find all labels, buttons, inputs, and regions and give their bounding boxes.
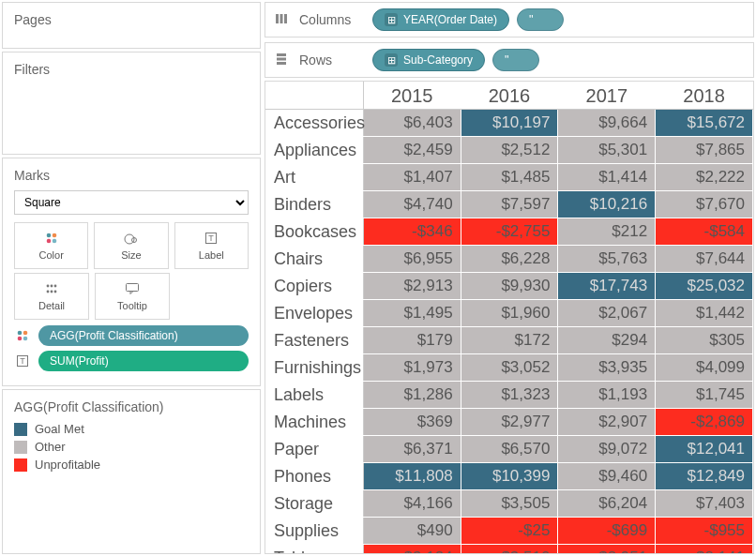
data-cell[interactable]: $3,052 [461,354,558,382]
marks-label-button[interactable]: T Label [174,222,249,269]
data-cell[interactable]: $1,960 [461,300,558,327]
marks-pill-agg[interactable]: AGG(Profit Classification) [38,325,249,346]
expand-icon[interactable]: ⊞ [385,53,398,67]
marks-color-button[interactable]: Color [14,222,88,269]
data-cell[interactable]: $6,403 [363,110,461,137]
row-header[interactable]: Paper [266,436,364,463]
columns-pill-stub[interactable]: '' [517,8,564,31]
row-header[interactable]: Accessories [266,110,364,137]
data-cell[interactable]: -$25 [461,518,558,545]
marks-size-button[interactable]: Size [94,222,168,269]
crosstab-view[interactable]: 2015201620172018 Accessories$6,403$10,19… [265,81,754,554]
data-cell[interactable]: $10,399 [461,463,558,490]
data-cell[interactable]: -$3,124 [363,545,461,555]
data-cell[interactable]: -$584 [656,218,753,246]
data-cell[interactable]: $172 [461,327,558,354]
data-cell[interactable]: $4,166 [363,490,461,518]
data-cell[interactable]: $12,849 [656,463,753,490]
data-cell[interactable]: $7,644 [656,246,753,273]
column-header[interactable]: 2018 [656,83,753,110]
data-cell[interactable]: -$2,755 [461,218,558,246]
rows-pill-stub[interactable]: '' [492,49,539,71]
data-cell[interactable]: $490 [363,518,461,545]
data-cell[interactable]: $9,664 [558,110,656,137]
row-header[interactable]: Supplies [266,518,364,545]
filters-shelf[interactable]: Filters [2,52,261,155]
data-cell[interactable]: $1,286 [363,382,461,409]
data-cell[interactable]: $1,495 [363,300,461,327]
data-cell[interactable]: $2,913 [363,273,461,300]
marks-pill-sum[interactable]: SUM(Profit) [38,351,249,371]
data-cell[interactable]: $3,505 [461,490,558,518]
data-cell[interactable]: $1,323 [461,382,558,409]
data-cell[interactable]: $2,977 [461,409,558,436]
data-cell[interactable]: $25,032 [656,273,753,300]
data-cell[interactable]: $2,067 [558,300,656,327]
row-header[interactable]: Chairs [266,246,364,273]
data-cell[interactable]: -$955 [656,518,753,545]
data-cell[interactable]: $10,216 [558,191,656,218]
data-cell[interactable]: $5,763 [558,246,656,273]
data-cell[interactable]: $7,670 [656,191,753,218]
row-header[interactable]: Machines [266,409,364,436]
column-header[interactable]: 2015 [363,83,461,110]
row-header[interactable]: Phones [266,463,364,490]
data-cell[interactable]: $7,865 [656,137,753,164]
expand-icon[interactable]: ⊞ [385,13,398,26]
data-cell[interactable]: $9,460 [558,463,656,490]
rows-shelf[interactable]: Rows ⊞ Sub-Category '' [265,42,754,78]
data-cell[interactable]: $9,930 [461,273,558,300]
data-cell[interactable]: $3,935 [558,354,656,382]
row-header[interactable]: Bookcases [266,218,364,246]
columns-pill-year[interactable]: ⊞ YEAR(Order Date) [372,8,509,31]
row-header[interactable]: Binders [266,191,364,218]
data-cell[interactable]: -$2,869 [656,409,753,436]
row-header[interactable]: Tables [266,545,364,555]
data-cell[interactable]: $1,442 [656,300,753,327]
column-header[interactable]: 2017 [558,83,656,110]
columns-shelf[interactable]: Columns ⊞ YEAR(Order Date) '' [265,2,754,38]
data-cell[interactable]: $11,808 [363,463,461,490]
data-cell[interactable]: $6,570 [461,436,558,463]
row-header[interactable]: Furnishings [266,354,364,382]
data-cell[interactable]: -$346 [363,218,461,246]
data-cell[interactable]: $2,512 [461,137,558,164]
marks-detail-button[interactable]: Detail [14,273,89,320]
row-header[interactable]: Storage [266,490,364,518]
data-cell[interactable]: $12,041 [656,436,753,463]
mark-type-dropdown[interactable]: ☐ Square [14,190,249,215]
data-cell[interactable]: $9,072 [558,436,656,463]
data-cell[interactable]: $1,193 [558,382,656,409]
data-cell[interactable]: $1,973 [363,354,461,382]
data-cell[interactable]: $15,672 [656,110,753,137]
data-cell[interactable]: $179 [363,327,461,354]
column-header[interactable]: 2016 [461,83,558,110]
data-cell[interactable]: $305 [656,327,753,354]
row-header[interactable]: Appliances [266,137,364,164]
data-cell[interactable]: $7,597 [461,191,558,218]
rows-pill-subcategory[interactable]: ⊞ Sub-Category [372,49,485,71]
data-cell[interactable]: $1,407 [363,164,461,191]
row-header[interactable]: Fasteners [266,327,364,354]
data-cell[interactable]: $2,907 [558,409,656,436]
data-cell[interactable]: $6,228 [461,246,558,273]
legend-item[interactable]: Unprofitable [14,458,249,472]
data-cell[interactable]: $6,955 [363,246,461,273]
row-header[interactable]: Copiers [266,273,364,300]
legend-item[interactable]: Goal Met [14,422,249,436]
row-header[interactable]: Envelopes [266,300,364,327]
data-cell[interactable]: $17,743 [558,273,656,300]
data-cell[interactable]: $6,371 [363,436,461,463]
data-cell[interactable]: $6,204 [558,490,656,518]
data-cell[interactable]: $294 [558,327,656,354]
data-cell[interactable]: -$699 [558,518,656,545]
marks-tooltip-button[interactable]: Tooltip [95,273,170,320]
legend-item[interactable]: Other [14,440,249,454]
data-cell[interactable]: -$3,510 [461,545,558,555]
row-header[interactable]: Art [266,164,364,191]
data-cell[interactable]: -$2,951 [558,545,656,555]
data-cell[interactable]: $212 [558,218,656,246]
pages-shelf[interactable]: Pages [2,2,261,49]
data-cell[interactable]: $5,301 [558,137,656,164]
data-cell[interactable]: $369 [363,409,461,436]
